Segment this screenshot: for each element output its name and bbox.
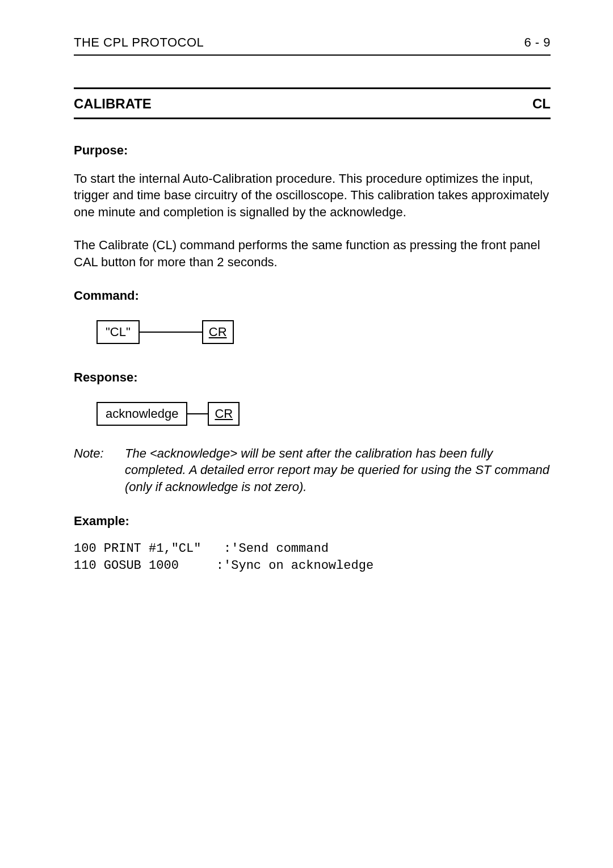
cr-terminator-box: CR xyxy=(208,402,240,426)
cr-terminator-box: CR xyxy=(202,320,234,344)
page-header: THE CPL PROTOCOL 6 - 9 xyxy=(74,34,551,56)
command-name: CALIBRATE xyxy=(74,95,152,113)
example-heading: Example: xyxy=(74,513,551,530)
response-syntax-diagram: acknowledge CR xyxy=(74,402,551,426)
connector-line xyxy=(140,332,202,333)
connector-line xyxy=(187,413,208,414)
purpose-heading: Purpose: xyxy=(74,142,551,159)
purpose-para-2: The Calibrate (CL) command performs the … xyxy=(74,237,551,270)
header-right: 6 - 9 xyxy=(524,34,551,51)
command-token-box: "CL" xyxy=(96,320,140,344)
command-code: CL xyxy=(532,95,551,113)
command-title-block: CALIBRATE CL xyxy=(74,87,551,119)
header-left: THE CPL PROTOCOL xyxy=(74,34,204,51)
command-heading: Command: xyxy=(74,287,551,304)
response-token-box: acknowledge xyxy=(96,402,187,426)
note-body: The <acknowledge> will be sent after the… xyxy=(125,445,551,496)
command-syntax-diagram: "CL" CR xyxy=(74,320,551,344)
cr-label: CR xyxy=(215,406,233,421)
note-label: Note: xyxy=(74,445,125,496)
response-heading: Response: xyxy=(74,369,551,386)
purpose-para-1: To start the internal Auto-Calibration p… xyxy=(74,170,551,221)
cr-label: CR xyxy=(209,325,227,339)
note-block: Note: The <acknowledge> will be sent aft… xyxy=(74,445,551,496)
example-code: 100 PRINT #1,"CL" :'Send command 110 GOS… xyxy=(74,540,551,574)
